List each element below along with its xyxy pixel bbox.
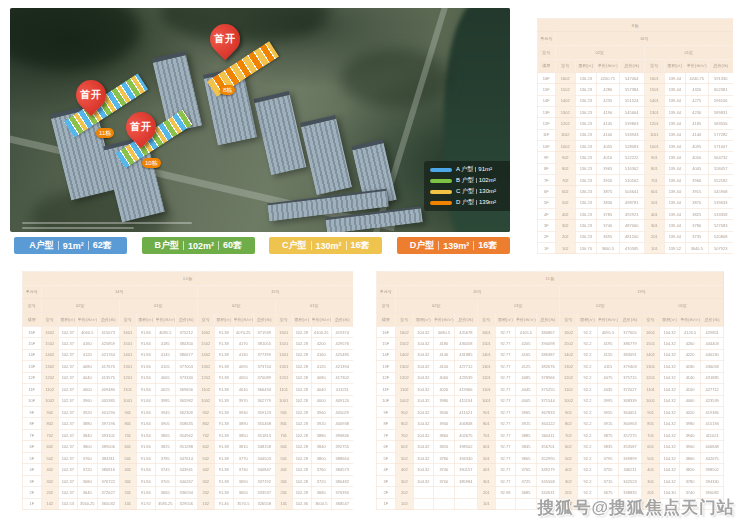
unitprice-cell: 4180: [433, 338, 454, 349]
unitprice-cell: 3780: [685, 220, 708, 231]
unitprice-cell: 4185: [685, 118, 708, 129]
unitprice-cell: 3920: [311, 418, 331, 429]
room-cell: 1501: [119, 338, 136, 349]
room-cell: 1601: [642, 326, 660, 337]
trees-blob: [160, 8, 330, 43]
room-cell: 301: [644, 220, 664, 231]
table-row: 16F1602130.234200.755470641601139.444240…: [537, 73, 733, 84]
area-cell: 130.23: [575, 152, 596, 163]
floor-cell: 14F: [376, 349, 395, 360]
totalprice-cell: 384350: [175, 338, 197, 349]
room-cell: 1201: [642, 372, 660, 383]
area-cell: 104.32: [413, 418, 433, 429]
room-cell: 401: [275, 464, 292, 475]
room-number-header: 02室: [395, 299, 477, 313]
unitprice-cell: [515, 498, 536, 510]
room-cell: 1001: [477, 395, 495, 406]
area-cell: 130.23: [575, 129, 596, 140]
totalprice-cell: 379403: [619, 361, 642, 372]
area-col-label: 面积(㎡): [577, 313, 597, 327]
table-row: 12F1202102.374040413575120191.8440653733…: [22, 372, 353, 383]
area-cell: 104.32: [660, 441, 680, 452]
totalprice-cell: 326558: [253, 498, 275, 510]
totalprice-cell: 429851: [701, 326, 724, 337]
room-cell: 1402: [197, 349, 214, 360]
area-cell: 92.77: [495, 452, 515, 463]
area-cell: 91.38: [214, 349, 233, 360]
unitprice-cell: 3685: [515, 487, 536, 498]
legend-item: D 户型139m²: [430, 199, 506, 206]
totalprice-cell: 352990: [536, 452, 559, 463]
table-row: 15F1502102.374160425859150191.8441853843…: [22, 338, 353, 349]
unitprice-cell: 4090: [233, 361, 253, 372]
area-cell: 91.84: [136, 487, 155, 498]
room-cell: 601: [644, 186, 664, 197]
unitprice-cell: 3640.5: [685, 242, 708, 253]
table-row: 5F502104.32378039433050192.7738053529905…: [376, 452, 724, 463]
area-cell: 102.28: [292, 429, 311, 440]
unitprice-cell: 4320: [685, 84, 708, 95]
floor-cell: 13F: [537, 107, 555, 118]
room-cell: 1301: [642, 361, 660, 372]
room-cell: 1001: [275, 395, 292, 406]
table-row: 10F1002104.323980415194100192.7740053715…: [376, 395, 724, 406]
totalprice-col-label: 总价(元): [708, 59, 733, 73]
unitprice-cell: 4020: [680, 407, 701, 418]
room-cell: 1201: [477, 372, 495, 383]
area-cell: 102.37: [58, 487, 77, 498]
area-cell: 91.92: [136, 498, 155, 510]
totalprice-cell: 372027: [619, 384, 642, 395]
housetype-banner-row: A户型91m²62套B户型102m²60套C户型130m²16套D户型139m²…: [14, 237, 510, 255]
unitprice-cell: 3570.5: [233, 498, 253, 510]
table-row: 16F1602102.374060.5415673160191.844085.5…: [22, 326, 353, 337]
room-number-header: 01室: [275, 299, 353, 313]
totalprice-cell: 377003: [175, 361, 197, 372]
disclaimer-text: [22, 227, 134, 229]
totalprice-cell: 372627: [97, 487, 119, 498]
area-cell: 102.37: [58, 395, 77, 406]
totalprice-cell: 385984: [454, 475, 477, 486]
room-cell: 1601: [275, 326, 292, 337]
area-col-label: 面积(㎡): [214, 313, 233, 327]
room-cell: 902: [197, 407, 214, 418]
unitprice-cell: 3650: [233, 487, 253, 498]
room-cell: 902: [395, 407, 413, 418]
column-header-row: 楼层室号面积(㎡)单价(元/㎡)总价(元)室号面积(㎡)单价(元/㎡)总价(元)…: [22, 313, 353, 327]
totalprice-cell: [454, 487, 477, 498]
area-cell: 102.28: [292, 338, 311, 349]
unitprice-cell: 4280: [596, 84, 619, 95]
unit-label: 单元号: [537, 32, 555, 46]
room-label: 室号: [376, 299, 395, 313]
floor-cell: 16F: [22, 326, 41, 337]
unitprice-cell: 3810: [233, 441, 253, 452]
table-row: 5F502102.37376038491150191.8437853476145…: [22, 452, 353, 463]
unitprice-cell: 4100.25: [311, 326, 331, 337]
room-number-header: 01室: [642, 299, 724, 313]
table-row: 10F1002130.2340555280831001139.444095571…: [537, 141, 733, 152]
floor-cell: 12F: [22, 372, 41, 383]
totalprice-cell: 411021: [454, 407, 477, 418]
first-launch-pin-11: 首开: [70, 74, 112, 116]
unitprice-cell: 4100: [433, 361, 454, 372]
table-row: 11F1102130.2341005339431101139.444140577…: [537, 129, 733, 140]
unitprice-cell: 3875: [596, 186, 619, 197]
unitprice-col-label: 单价(元/㎡): [77, 313, 97, 327]
totalprice-cell: 366434: [253, 384, 275, 395]
unitprice-cell: 4145: [596, 118, 619, 129]
area-cell: 102.28: [292, 418, 311, 429]
housetype-banner: C户型130m²16套: [269, 237, 382, 254]
area-cell: 102.28: [292, 372, 311, 383]
table-title-row: 11栋: [376, 271, 724, 285]
area-cell: 104.32: [660, 452, 680, 463]
unit-header-row: 单元号16号: [537, 32, 733, 46]
room-number-header: 02室: [559, 299, 641, 313]
totalprice-cell: 384573: [331, 464, 353, 475]
room-header-row: 室号02室01室: [537, 45, 733, 59]
legend-type: C 户型: [456, 188, 474, 195]
room-cell: 1302: [555, 107, 575, 118]
room-cell: 1302: [41, 361, 58, 372]
room-cell: 1201: [119, 372, 136, 383]
unitprice-cell: [433, 487, 454, 498]
area-cell: 102.37: [58, 441, 77, 452]
table-title: 10栋: [22, 271, 353, 285]
